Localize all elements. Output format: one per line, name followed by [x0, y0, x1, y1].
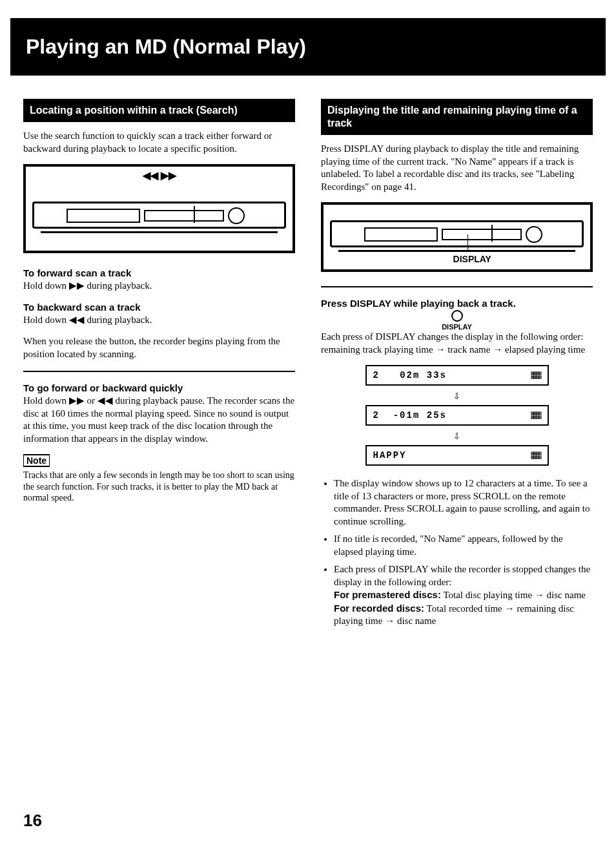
display-sequence: 2 02m 33s ▦▦▦▦▦▦▦▦ ⇩ 2 -01m 25s ▦▦▦▦▦▦▦▦…	[321, 365, 593, 466]
device-illustration-display: DISPLAY	[321, 202, 593, 272]
press-display-body: Each press of DISPLAY changes the displa…	[321, 331, 593, 356]
premastered-body: Total disc playing time → disc name	[443, 590, 586, 600]
backward-scan-body: Hold down ◀◀ during playback.	[23, 314, 295, 327]
divider	[23, 371, 295, 372]
section-heading-search: Locating a position within a track (Sear…	[23, 99, 295, 122]
section-heading-display: Displaying the title and remaining playi…	[321, 99, 593, 135]
note-label: Note	[23, 454, 50, 467]
lcd-state-remaining: 2 02m 33s ▦▦▦▦▦▦▦▦	[365, 365, 549, 386]
backward-scan-heading: To backward scan a track	[23, 302, 295, 313]
display-intro: Press DISPLAY during playback to display…	[321, 143, 593, 193]
page-number: 16	[23, 811, 42, 831]
list-item: If no title is recorded, "No Name" appea…	[334, 533, 593, 558]
display-callout: DISPLAY	[453, 254, 491, 264]
forward-scan-heading: To forward scan a track	[23, 267, 295, 278]
list-item: Each press of DISPLAY while the recorder…	[334, 563, 593, 628]
divider	[321, 286, 593, 287]
list-item: The display window shows up to 12 charac…	[334, 477, 593, 528]
display-icon-label: DISPLAY	[442, 323, 472, 331]
right-column: Displaying the title and remaining playi…	[321, 99, 593, 633]
display-button-icon: DISPLAY	[321, 310, 593, 331]
release-body: When you release the button, the recorde…	[23, 335, 295, 360]
search-intro: Use the search function to quickly scan …	[23, 130, 295, 155]
note-body: Tracks that are only a few seconds in le…	[23, 470, 295, 504]
md-deck-drawing	[32, 202, 286, 229]
lcd-state-name: HAPPY ▦▦▦▦▦▦▦▦	[365, 445, 549, 466]
down-arrow-icon: ⇩	[321, 428, 593, 442]
rew-ffwd-icon: ◀◀ ▶▶	[143, 169, 176, 182]
premastered-label: For premastered discs:	[334, 589, 441, 600]
lcd-state-elapsed-neg: 2 -01m 25s ▦▦▦▦▦▦▦▦	[365, 405, 549, 426]
forward-scan-body: Hold down ▶▶ during playback.	[23, 280, 295, 293]
recorded-label: For recorded discs:	[334, 603, 424, 614]
left-column: Locating a position within a track (Sear…	[23, 99, 295, 633]
quick-scan-body: Hold down ▶▶ or ◀◀ during playback pause…	[23, 395, 295, 445]
md-deck-drawing	[330, 220, 584, 247]
device-illustration-search: ◀◀ ▶▶	[23, 164, 295, 253]
display-notes-list: The display window shows up to 12 charac…	[321, 477, 593, 628]
page-title: Playing an MD (Normal Play)	[26, 35, 590, 59]
quick-scan-heading: To go forward or backward quickly	[23, 382, 295, 393]
down-arrow-icon: ⇩	[321, 388, 593, 402]
page-title-bar: Playing an MD (Normal Play)	[10, 18, 606, 76]
press-display-heading: Press DISPLAY while playing back a track…	[321, 298, 593, 309]
